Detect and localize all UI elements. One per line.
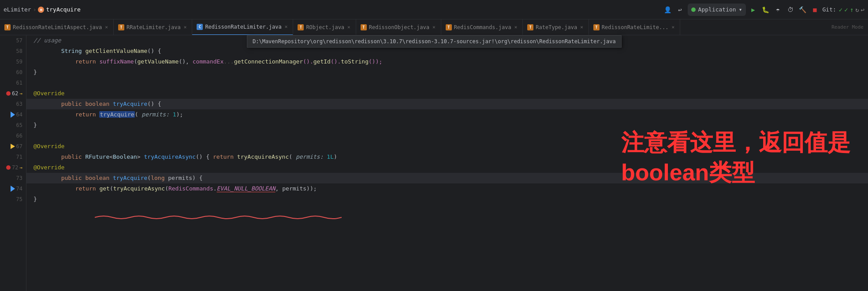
arrow-67	[11, 144, 15, 149]
tab-close-2[interactable]: ✕	[183, 23, 188, 31]
tab-icon-7: T	[527, 24, 533, 30]
git-check2-icon[interactable]: ✓	[844, 6, 848, 13]
code-line-67: public RFuture<Boolean> tryAcquireAsync(…	[26, 152, 868, 162]
gutter-line-58: 58	[0, 46, 26, 56]
line-num-60: 60	[16, 69, 22, 75]
tab-icon-5: T	[361, 24, 367, 30]
tab-rate-type[interactable]: T RateType.java ✕	[523, 19, 589, 35]
toolbar: eLimiter › m tryAcquire 👤 ↩ Application …	[0, 0, 868, 19]
tab-redisson-rate-limiter[interactable]: C RedissonRateLimiter.java ✕	[192, 19, 293, 35]
tab-label-6: RedisCommands.java	[454, 24, 511, 30]
method-icon: m	[38, 7, 44, 13]
git-undo-icon[interactable]: ↩	[861, 6, 864, 13]
line-num-62: 62	[12, 90, 18, 97]
run-config-button[interactable]: Application ▾	[688, 4, 746, 16]
line-num-71: 71	[16, 154, 22, 160]
gutter-line-57: 57	[0, 35, 26, 46]
code-line-65	[26, 131, 868, 141]
tab-redisson-rate-limiter-2[interactable]: T RedissonRateLimite... ✕	[589, 19, 680, 35]
tab-close-1[interactable]: ✕	[104, 23, 109, 31]
code-line-73: return get(tryAcquireAsync(RedisCommands…	[26, 183, 868, 194]
git-push-icon[interactable]: ↑	[850, 6, 853, 13]
tab-redisson-rate-limit-aspect[interactable]: T RedissonRateLimitAspect.java ✕	[0, 19, 114, 35]
person-icon[interactable]: 👤	[663, 5, 673, 15]
gutter-line-60: 60	[0, 67, 26, 78]
gutter-line-67: 67	[0, 141, 26, 152]
gutter-line-63: 63	[0, 99, 26, 109]
tab-label-4: RObject.java	[306, 24, 344, 30]
gutter-line-73: 73	[0, 173, 26, 183]
tab-label-7: RateType.java	[536, 24, 577, 30]
red-underline-svg	[95, 214, 342, 223]
tab-close-4[interactable]: ✕	[346, 23, 351, 31]
tab-close-3[interactable]: ✕	[284, 23, 289, 30]
tab-close-8[interactable]: ✕	[671, 23, 676, 31]
gutter-line-65: 65	[0, 120, 26, 131]
tab-robject[interactable]: T RObject.java ✕	[293, 19, 356, 35]
toolbar-icons: 👤 ↩ Application ▾ ▶ 🐛 ☂ ⏱ 🔨 ■ Git: ✓ ✓ ↑…	[663, 4, 864, 16]
line-num-66: 66	[16, 133, 22, 139]
tab-icon-8: T	[593, 24, 600, 30]
git-label: Git:	[823, 6, 836, 13]
file-path-tooltip: D:\MavenRepository\org\redisson\redisson…	[247, 35, 622, 48]
coverage-icon[interactable]: ☂	[773, 5, 783, 15]
breakpoint-72	[6, 165, 11, 170]
gutter-line-64: 64	[0, 109, 26, 120]
gutter-line-59: 59	[0, 56, 26, 67]
line-num-61: 61	[16, 80, 22, 86]
stop-icon[interactable]: ■	[810, 5, 820, 15]
gutter-line-74: 74	[0, 183, 26, 194]
tab-label-8: RedissonRateLimite...	[602, 24, 669, 30]
arrow-62: →	[19, 91, 22, 97]
code-line-60	[26, 78, 868, 88]
line-num-63: 63	[16, 101, 22, 107]
breadcrumb-sep: ›	[33, 6, 37, 13]
tab-label-1: RedissonRateLimitAspect.java	[13, 24, 102, 30]
profiler-icon[interactable]: ⏱	[786, 5, 795, 15]
line-num-59: 59	[16, 59, 22, 65]
line-num-67: 67	[16, 143, 22, 149]
run-icon[interactable]: ▶	[749, 5, 758, 15]
git-icons: ✓ ✓ ↑ ↻ ↩	[839, 6, 864, 13]
code-line-75	[26, 205, 868, 215]
build-icon[interactable]: 🔨	[798, 5, 808, 15]
git-check-icon[interactable]: ✓	[839, 6, 842, 13]
tab-icon-2: T	[118, 24, 124, 30]
tab-redis-commands[interactable]: T RedisCommands.java ✕	[441, 19, 523, 35]
line-num-73: 73	[16, 175, 22, 181]
debug-icon[interactable]: 🐛	[761, 5, 771, 15]
tab-close-5[interactable]: ✕	[432, 23, 436, 31]
tab-label-5: RedissonObject.java	[369, 24, 429, 30]
git-refresh-icon[interactable]: ↻	[855, 6, 859, 13]
tab-redisson-object[interactable]: T RedissonObject.java ✕	[356, 19, 441, 35]
run-config-dropdown-icon: ▾	[739, 6, 742, 13]
tab-close-6[interactable]: ✕	[514, 23, 518, 31]
line-number-gutter: 57 58 59 60 61 62 → 63 64	[0, 35, 26, 291]
run-config-dot	[691, 7, 696, 12]
back-icon[interactable]: ↩	[675, 5, 685, 15]
run-config-label: Application	[698, 6, 736, 13]
editor-area[interactable]: D:\MavenRepository\org\redisson\redisson…	[0, 35, 868, 291]
gutter-line-75: 75	[0, 194, 26, 205]
code-editor[interactable]: // usage String getClientValueName() { r…	[26, 35, 868, 291]
tab-close-7[interactable]: ✕	[579, 23, 584, 31]
tab-label-2: RRateLimiter.java	[127, 24, 181, 30]
breadcrumb-item-1[interactable]: eLimiter	[4, 6, 31, 13]
tab-label-3: RedissonRateLimiter.java	[205, 24, 281, 30]
code-73-text: return get(tryAcquireAsync(RedisCommands…	[48, 173, 317, 205]
line-num-58: 58	[16, 48, 22, 54]
breadcrumb-item-2[interactable]: tryAcquire	[46, 6, 80, 13]
gutter-line-61: 61	[0, 78, 26, 88]
line-num-74: 74	[16, 186, 22, 192]
code-58-text: return suffixName(getValueName(), comman…	[48, 46, 382, 78]
tab-icon-1: T	[4, 24, 11, 30]
line-num-65: 65	[16, 122, 22, 128]
tab-rrate-limiter[interactable]: T RRateLimiter.java ✕	[114, 19, 192, 35]
line-num-64: 64	[16, 112, 22, 118]
code-line-58: return suffixName(getValueName(), comman…	[26, 56, 868, 67]
tooltip-text: D:\MavenRepository\org\redisson\redisson…	[253, 38, 616, 45]
bookmark-74	[11, 186, 15, 192]
code-63-text: return tryAcquire( permits: 1);	[48, 99, 183, 131]
tab-icon-4: T	[298, 24, 304, 30]
gutter-line-72: 72 →	[0, 162, 26, 173]
